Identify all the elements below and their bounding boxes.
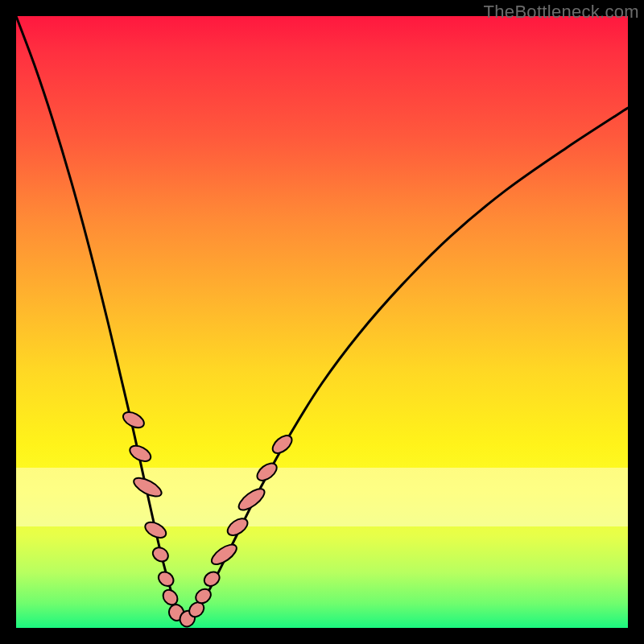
data-marker [142,519,168,541]
watermark-text: TheBottleneck.com [484,2,639,23]
data-marker [236,485,268,514]
data-marker [254,460,280,484]
data-marker [121,409,147,431]
data-marker [127,443,153,464]
data-marker [270,432,295,456]
data-marker [208,541,240,568]
data-marker [155,569,176,589]
curve-line [16,16,628,621]
data-marker [151,545,171,564]
bottleneck-chart [16,16,628,628]
